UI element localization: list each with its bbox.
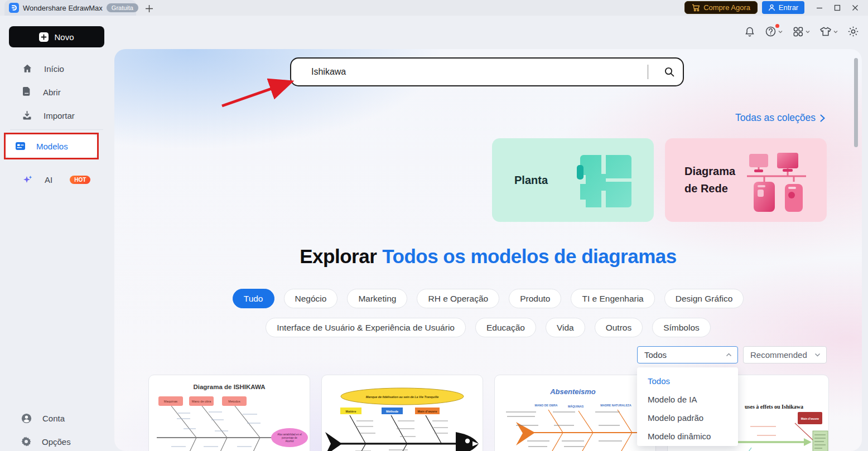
sidebar-item-conta[interactable]: Conta: [10, 409, 105, 428]
edrawmax-logo-icon: [9, 3, 19, 13]
notifications-button[interactable]: [744, 26, 755, 37]
help-button[interactable]: [765, 26, 783, 37]
sidebar-divider: [10, 129, 103, 130]
chip-marketing[interactable]: Marketing: [347, 289, 407, 308]
svg-text:Manque de fidélisation au sein: Manque de fidélisation au sein de La Vie…: [366, 395, 438, 399]
sidebar-item-inicio[interactable]: Início: [10, 59, 105, 78]
template-thumbnail: Manque de fidélisation au sein de La Vie…: [322, 375, 483, 451]
theme-button[interactable]: [819, 26, 838, 37]
featured-card-rede[interactable]: Diagrama de Rede: [665, 138, 827, 222]
tab-title: Wondershare EdrawMax: [23, 4, 103, 12]
chip-tudo[interactable]: Tudo: [233, 289, 274, 308]
featured-card-label: Diagrama de Rede: [665, 163, 735, 197]
menu-item-modelo-dinamico[interactable]: Modelo dinâmico: [637, 427, 738, 445]
svg-text:MADRE NATURALEZA: MADRE NATURALEZA: [600, 404, 631, 407]
type-filter-menu: Todos Modelo de IA Modelo padrão Modelo …: [637, 367, 738, 446]
svg-text:Diagrama de ISHIKAWA: Diagrama de ISHIKAWA: [193, 384, 265, 390]
scrollbar-thumb[interactable]: [854, 58, 858, 147]
login-button[interactable]: Entrar: [762, 1, 804, 14]
type-filter-value: Todos: [644, 350, 667, 360]
page-title: ExplorarTodos os modelos de diagramas: [114, 245, 862, 268]
sidebar-item-abrir[interactable]: Abrir: [10, 83, 105, 101]
chip-design-grafico[interactable]: Design Gráfico: [664, 289, 744, 308]
template-card-fishbone-fr[interactable]: Manque de fidélisation au sein de La Vie…: [321, 375, 483, 451]
buy-now-label: Compre Agora: [703, 3, 750, 12]
new-document-button[interactable]: Novo: [9, 26, 104, 47]
buy-now-button[interactable]: Compre Agora: [684, 1, 758, 14]
new-tab-button[interactable]: [143, 2, 155, 14]
settings-button[interactable]: [847, 26, 859, 37]
minimize-button[interactable]: [811, 0, 828, 15]
sort-filter-select[interactable]: Recommended: [743, 346, 827, 363]
svg-text:Absenteismo: Absenteismo: [549, 387, 596, 396]
sidebar-item-ai[interactable]: AI HOT: [10, 170, 105, 189]
sort-filter-value: Recommended: [750, 350, 807, 360]
chip-ti-engenharia[interactable]: TI e Engenharia: [571, 289, 654, 308]
search-input[interactable]: [291, 67, 648, 77]
menu-item-todos[interactable]: Todos: [637, 372, 738, 390]
category-chip-row-1: Tudo Negócio Marketing RH e Operação Pro…: [114, 289, 862, 308]
svg-text:Alcohol: Alcohol: [285, 440, 293, 443]
chip-ui-ux[interactable]: Interface de Usuário & Experiência de Us…: [266, 318, 466, 337]
chevron-down-icon: [814, 353, 821, 357]
sidebar-item-label: AI: [45, 175, 52, 185]
header-icon-strip: [744, 26, 859, 37]
category-chip-row-2: Interface de Usuário & Experiência de Us…: [114, 318, 862, 337]
sidebar: Novo Início Abrir Importar Modelos AI HO…: [0, 16, 114, 451]
search-button[interactable]: [656, 59, 683, 85]
chevron-right-icon: [820, 114, 825, 122]
collections-label: Todas as coleções: [735, 112, 816, 124]
maximize-button[interactable]: [829, 0, 846, 15]
main-content: Todas as coleções Planta Diagrama de Red…: [114, 49, 862, 451]
menu-item-modelo-de-ia[interactable]: Modelo de IA: [637, 390, 738, 409]
svg-text:Maquinas: Maquinas: [164, 400, 177, 403]
sidebar-item-modelos[interactable]: Modelos: [6, 134, 97, 158]
template-thumbnail: Diagrama de ISHIKAWA Maquinas Mano de ob…: [149, 375, 310, 451]
featured-card-label: Planta: [492, 172, 548, 189]
chip-rh-operacao[interactable]: RH e Operação: [417, 289, 499, 308]
templates-icon: [15, 142, 26, 151]
annotation-arrow: [218, 75, 304, 109]
close-button[interactable]: [847, 0, 864, 15]
sidebar-item-label: Conta: [42, 414, 65, 423]
menu-item-modelo-padrao[interactable]: Modelo padrão: [637, 409, 738, 427]
sidebar-item-label: Opções: [42, 437, 71, 447]
sidebar-item-label: Modelos: [36, 142, 68, 151]
svg-text:Main d'œuvre: Main d'œuvre: [801, 417, 819, 420]
account-icon: [21, 413, 32, 424]
chip-negocio[interactable]: Negócio: [284, 289, 338, 308]
chip-vida[interactable]: Vida: [546, 318, 585, 337]
floor-plan-icon: [575, 151, 636, 211]
sidebar-item-importar[interactable]: Importar: [10, 106, 105, 125]
svg-text:MÁQUINAS: MÁQUINAS: [568, 405, 584, 408]
template-card-absenteismo[interactable]: Absenteismo MANO DE OBRA MÁQUINAS MADRE …: [494, 375, 656, 451]
app-tab[interactable]: Wondershare EdrawMax Gratuita: [4, 0, 136, 16]
search-divider: [648, 65, 648, 79]
all-collections-link[interactable]: Todas as coleções: [735, 112, 825, 124]
chevron-down-icon: [806, 30, 810, 33]
featured-card-planta[interactable]: Planta: [492, 138, 654, 222]
chevron-down-icon: [778, 30, 783, 33]
sidebar-item-label: Início: [44, 64, 64, 74]
svg-text:Alta variabilidad en el: Alta variabilidad en el: [277, 433, 302, 436]
chip-educacao[interactable]: Educação: [475, 318, 536, 337]
svg-text:MANO DE OBRA: MANO DE OBRA: [534, 404, 557, 407]
type-filter-select[interactable]: Todos: [637, 346, 738, 363]
search-bar[interactable]: [290, 57, 684, 86]
sidebar-item-opcoes[interactable]: Opções: [10, 432, 105, 451]
apps-button[interactable]: [792, 26, 810, 37]
chip-outros[interactable]: Outros: [595, 318, 643, 337]
import-icon: [22, 111, 32, 120]
chip-simbolos[interactable]: Símbolos: [652, 318, 711, 337]
svg-text:Méthode: Méthode: [386, 410, 398, 413]
title-prefix: Explorar: [300, 245, 377, 267]
chevron-down-icon: [833, 30, 838, 33]
chip-produto[interactable]: Produto: [509, 289, 561, 308]
gear-icon: [21, 437, 31, 447]
svg-text:Matière: Matière: [346, 410, 356, 413]
template-card-ishikawa-es[interactable]: Diagrama de ISHIKAWA Maquinas Mano de ob…: [148, 375, 310, 451]
search-icon: [664, 67, 674, 77]
svg-text:Metodos: Metodos: [228, 400, 240, 403]
user-icon: [768, 4, 775, 11]
document-icon: [22, 87, 31, 97]
